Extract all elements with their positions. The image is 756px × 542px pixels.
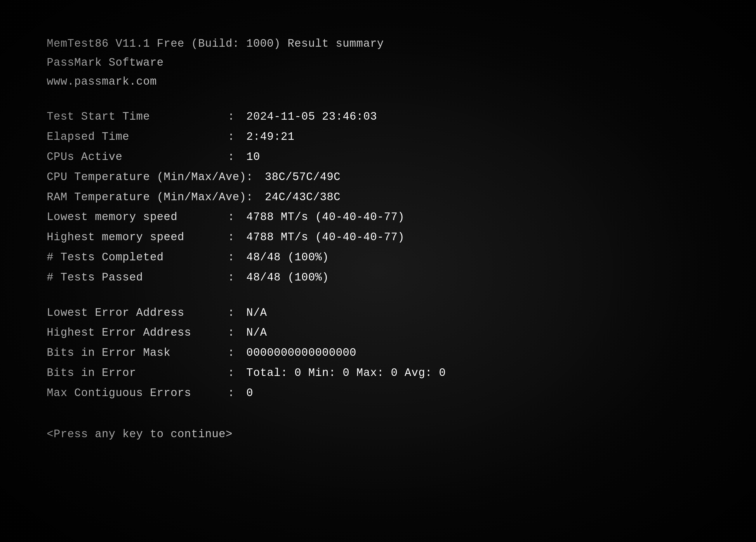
info-row-5: Lowest memory speed : 4788 MT/s (40-40-4… [47, 209, 446, 226]
info-value-7: 48/48 (100%) [246, 249, 329, 267]
error-label-4: Max Contiguous Errors [47, 384, 228, 402]
info-value-6: 4788 MT/s (40-40-40-77) [246, 229, 405, 246]
info-value-5: 4788 MT/s (40-40-40-77) [246, 209, 405, 226]
error-label-3: Bits in Error [47, 364, 228, 382]
info-value-8: 48/48 (100%) [246, 269, 329, 286]
info-colon-4: : [246, 189, 253, 206]
error-row-0: Lowest Error Address : N/A [47, 304, 446, 322]
info-label-0: Test Start Time [47, 108, 228, 126]
error-label-0: Lowest Error Address [47, 304, 228, 322]
error-colon-0: : [228, 304, 235, 322]
info-label-2: CPUs Active [47, 148, 228, 166]
info-value-2: 10 [246, 148, 260, 166]
press-any-key[interactable]: <Press any key to continue> [47, 425, 446, 443]
info-colon-7: : [228, 249, 235, 267]
info-row-6: Highest memory speed : 4788 MT/s (40-40-… [47, 229, 446, 246]
info-row-7: # Tests Completed : 48/48 (100%) [47, 249, 446, 267]
error-label-1: Highest Error Address [47, 324, 228, 342]
info-label-6: Highest memory speed [47, 229, 228, 246]
error-row-4: Max Contiguous Errors : 0 [47, 384, 446, 402]
error-colon-2: : [228, 344, 235, 362]
content: MemTest86 V11.1 Free (Build: 1000) Resul… [47, 35, 446, 443]
error-value-1: N/A [246, 324, 267, 342]
info-colon-6: : [228, 229, 235, 246]
header-line-1: MemTest86 V11.1 Free (Build: 1000) Resul… [47, 35, 446, 53]
error-value-3: Total: 0 Min: 0 Max: 0 Avg: 0 [246, 364, 446, 382]
info-row-3: CPU Temperature (Min/Max/Ave) : 38C/57C/… [47, 169, 446, 186]
info-colon-3: : [246, 169, 253, 186]
info-label-3: CPU Temperature (Min/Max/Ave) [47, 169, 246, 186]
info-label-1: Elapsed Time [47, 128, 228, 146]
info-label-5: Lowest memory speed [47, 209, 228, 226]
info-label-7: # Tests Completed [47, 249, 228, 267]
error-colon-4: : [228, 384, 235, 402]
info-row-1: Elapsed Time : 2:49:21 [47, 128, 446, 146]
header-section: MemTest86 V11.1 Free (Build: 1000) Resul… [47, 35, 446, 91]
error-section: Lowest Error Address : N/A Highest Error… [47, 304, 446, 402]
info-label-8: # Tests Passed [47, 269, 228, 286]
error-row-3: Bits in Error : Total: 0 Min: 0 Max: 0 A… [47, 364, 446, 382]
error-label-2: Bits in Error Mask [47, 344, 228, 362]
info-value-3: 38C/57C/49C [265, 169, 340, 186]
info-colon-8: : [228, 269, 235, 286]
error-row-1: Highest Error Address : N/A [47, 324, 446, 342]
info-section: Test Start Time : 2024-11-05 23:46:03 El… [47, 108, 446, 286]
error-colon-1: : [228, 324, 235, 342]
info-row-2: CPUs Active : 10 [47, 148, 446, 166]
info-colon-1: : [228, 128, 235, 146]
info-row-8: # Tests Passed : 48/48 (100%) [47, 269, 446, 286]
header-line-3: www.passmark.com [47, 73, 446, 91]
error-value-0: N/A [246, 304, 267, 322]
info-value-0: 2024-11-05 23:46:03 [246, 108, 377, 126]
error-colon-3: : [228, 364, 235, 382]
header-line-2: PassMark Software [47, 54, 446, 72]
info-colon-5: : [228, 209, 235, 226]
info-colon-2: : [228, 148, 235, 166]
error-value-4: 0 [246, 384, 253, 402]
info-colon-0: : [228, 108, 235, 126]
error-value-2: 0000000000000000 [246, 344, 357, 362]
info-value-4: 24C/43C/38C [265, 189, 340, 206]
info-value-1: 2:49:21 [246, 128, 295, 146]
info-label-4: RAM Temperature (Min/Max/Ave) [47, 189, 246, 206]
info-row-4: RAM Temperature (Min/Max/Ave) : 24C/43C/… [47, 189, 446, 206]
screen: MemTest86 V11.1 Free (Build: 1000) Resul… [0, 0, 756, 542]
error-row-2: Bits in Error Mask : 0000000000000000 [47, 344, 446, 362]
info-row-0: Test Start Time : 2024-11-05 23:46:03 [47, 108, 446, 126]
